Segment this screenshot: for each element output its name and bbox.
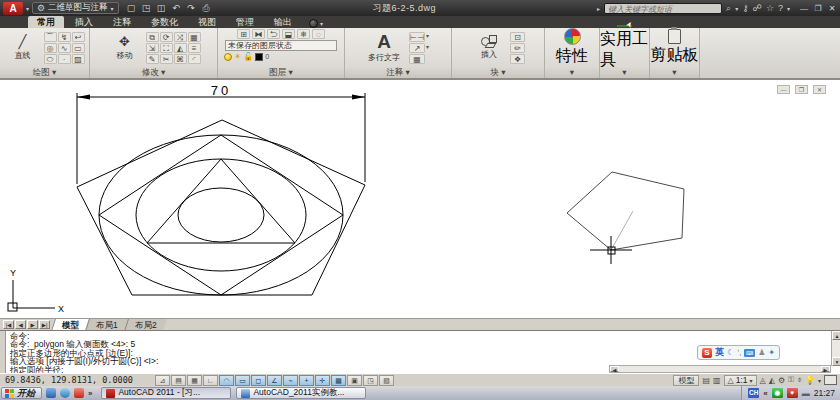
insert-block-button[interactable]: 插入: [471, 29, 507, 66]
favorites-star-icon[interactable]: ☆: [766, 3, 774, 13]
erase-button[interactable]: ✎: [146, 54, 159, 64]
media-player-icon[interactable]: [60, 388, 70, 398]
explode-button[interactable]: ✂: [160, 54, 173, 64]
folder-icon[interactable]: [74, 388, 84, 398]
table-button[interactable]: ▦: [409, 54, 425, 64]
tray-collapse-icon[interactable]: «: [763, 389, 767, 398]
ortho-toggle[interactable]: ∟: [203, 375, 218, 386]
grid-toggle[interactable]: ▦: [187, 375, 202, 386]
sogou-ime-icon[interactable]: S: [702, 348, 712, 358]
layout-prev-button[interactable]: ◀: [15, 320, 26, 329]
panel-utilities-label[interactable]: ▾: [600, 67, 649, 78]
move-button[interactable]: ✥ 移动: [107, 29, 143, 66]
ellipse-button[interactable]: ⬭: [44, 54, 57, 64]
copy-button[interactable]: ⧉: [146, 32, 159, 42]
panel-annotation-label[interactable]: 注释 ▾: [345, 67, 451, 78]
workspace-gear-icon[interactable]: ⚙: [778, 376, 785, 385]
logo-menu-caret-icon[interactable]: ▾: [26, 5, 29, 12]
ime-user-icon[interactable]: ♟: [758, 348, 765, 357]
show-desktop-icon[interactable]: [46, 388, 56, 398]
restore-button[interactable]: ❐: [813, 4, 823, 13]
status-menu-caret-icon[interactable]: ▾: [818, 377, 821, 384]
spline-button[interactable]: ∿: [58, 43, 71, 53]
drawing-area[interactable]: — ❐ ✕ 70: [0, 84, 840, 318]
autocad-logo-icon[interactable]: A: [3, 2, 23, 15]
layer-prev-button[interactable]: ⮌: [267, 29, 280, 39]
toolbar-lock-icon[interactable]: ⚿: [788, 375, 794, 385]
quick-view-drawings-icon[interactable]: ▥: [713, 376, 721, 385]
snap-toggle[interactable]: ▤: [171, 375, 186, 386]
open-icon[interactable]: ◳: [141, 3, 152, 13]
rotate-button[interactable]: ⟳: [160, 32, 173, 42]
join-button[interactable]: ⌘: [174, 54, 187, 64]
layout-tab[interactable]: 布局2: [124, 319, 167, 331]
ime-punctuation-icon[interactable]: ’,: [737, 348, 741, 357]
dynamic-ucs-toggle[interactable]: ⌁: [283, 375, 298, 386]
revision-cloud-button[interactable]: ↩: [72, 32, 85, 42]
taskbar-item-autocad[interactable]: AutoCAD 2011 - [习...: [101, 387, 231, 399]
layer-match-button[interactable]: ⧓: [252, 29, 265, 39]
tab-view[interactable]: 视图: [189, 16, 225, 28]
start-button[interactable]: 开始: [1, 387, 42, 399]
dynamic-input-toggle[interactable]: +: [299, 375, 314, 386]
panel-layers-label[interactable]: 图层 ▾: [218, 67, 344, 78]
layer-state-dropdown[interactable]: 未保存的图层状态: [225, 40, 337, 51]
arc-button[interactable]: ⌒: [44, 32, 57, 42]
dimension-caret-icon[interactable]: ▾: [426, 32, 434, 42]
tab-output[interactable]: 输出: [265, 16, 301, 28]
current-layer-name[interactable]: 0: [265, 53, 269, 60]
command-vscrollbar[interactable]: ▲ ▼: [831, 331, 840, 366]
infer-constraints-toggle[interactable]: ⊿: [155, 375, 170, 386]
layer-properties-button[interactable]: ⊞: [237, 29, 250, 39]
ime-language-label[interactable]: 英: [715, 346, 724, 359]
layer-unlock-icon[interactable]: 🔓: [243, 52, 253, 61]
tab-annotate[interactable]: 注释: [104, 16, 140, 28]
tab-home[interactable]: 常用: [28, 16, 64, 28]
help-icon[interactable]: ?: [778, 3, 783, 13]
mtext-button[interactable]: A 多行文字: [362, 29, 406, 66]
layer-off-button[interactable]: ◌: [312, 29, 325, 39]
undo-icon[interactable]: ↶: [171, 3, 182, 13]
create-block-button[interactable]: ⊡: [510, 32, 525, 42]
linear-dimension-button[interactable]: ⊢⊣: [409, 32, 425, 42]
search-binoculars-icon[interactable]: ⌕: [726, 3, 731, 14]
save-icon[interactable]: ◫: [156, 3, 167, 13]
edit-block-button[interactable]: ✏: [510, 43, 525, 53]
help-caret-icon[interactable]: ▾: [787, 5, 790, 12]
clean-screen-button[interactable]: [824, 375, 837, 385]
plot-icon[interactable]: ⎙: [201, 3, 212, 14]
rectangle-button[interactable]: ▭: [72, 43, 85, 53]
scroll-right-icon[interactable]: ▶: [821, 366, 830, 372]
stretch-button[interactable]: ⇲: [146, 43, 159, 53]
new-icon[interactable]: ▢: [126, 3, 137, 13]
subscription-key-icon[interactable]: ⚷: [742, 3, 749, 13]
tab-manage[interactable]: 管理: [227, 16, 263, 28]
redo-icon[interactable]: ↷: [186, 3, 197, 13]
quick-view-layouts-icon[interactable]: ▤: [702, 376, 710, 385]
clipboard-button[interactable]: 剪贴板: [651, 45, 699, 66]
scale-button[interactable]: ⛶: [160, 43, 173, 53]
annotation-autoscale-icon[interactable]: ◭: [769, 376, 775, 385]
array-button[interactable]: ▦: [188, 32, 201, 42]
layer-freeze-button[interactable]: ❄: [297, 29, 310, 39]
tray-security-icon[interactable]: ♥: [787, 388, 798, 398]
panel-clipboard-label[interactable]: ▾: [650, 67, 699, 78]
quick-properties-toggle[interactable]: ▣: [347, 375, 362, 386]
polyline-button[interactable]: ↯: [58, 32, 71, 42]
tab-parametric[interactable]: 参数化: [142, 16, 187, 28]
annotation-visibility-icon[interactable]: ◬: [760, 376, 766, 385]
panel-properties-label[interactable]: ▾: [545, 67, 599, 78]
command-hscrollbar[interactable]: ◀ ▶: [609, 365, 831, 373]
scroll-down-icon[interactable]: ▼: [832, 357, 840, 366]
layout-next-button[interactable]: ▶: [27, 320, 38, 329]
leader-caret-icon[interactable]: ▾: [426, 43, 434, 53]
annotation-scale-control[interactable]: △ 1:1 ▾: [724, 375, 757, 386]
properties-button[interactable]: 特性: [556, 46, 588, 67]
ime-wrench-icon[interactable]: ✦: [768, 348, 775, 357]
search-input[interactable]: 键入关键字或短语: [604, 3, 722, 14]
panel-draw-label[interactable]: 绘图 ▾: [0, 67, 89, 78]
layer-on-bulb-icon[interactable]: [224, 53, 232, 61]
panel-modify-label[interactable]: 修改 ▾: [90, 67, 217, 78]
scroll-left-icon[interactable]: ◀: [610, 366, 619, 372]
annotation-monitor-toggle[interactable]: ▧: [379, 375, 394, 386]
